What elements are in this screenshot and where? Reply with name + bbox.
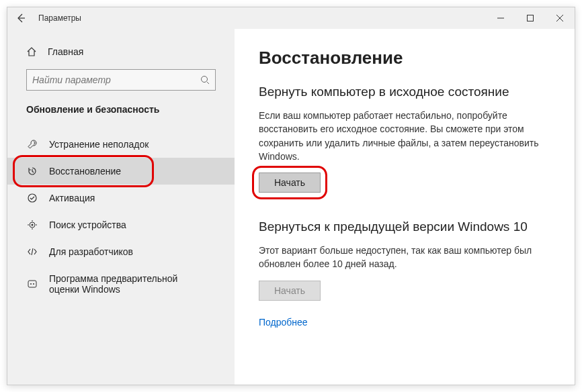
svg-rect-0 [528, 15, 534, 21]
nav-list: Устранение неполадок Восстановление Акти… [7, 131, 235, 303]
nav-label: Для разработчиков [49, 246, 133, 257]
title-bar: Параметры [7, 7, 575, 29]
nav-label: Программа предварительной оценки Windows [49, 273, 210, 295]
rollback-heading: Вернуться к предыдущей версии Windows 10 [259, 219, 550, 234]
close-button[interactable] [545, 7, 575, 29]
rollback-start-button: Начать [259, 281, 321, 301]
svg-point-2 [28, 194, 36, 202]
nav-troubleshoot[interactable]: Устранение неполадок [7, 131, 235, 158]
rollback-text: Этот вариант больше недоступен, так как … [259, 244, 550, 271]
code-icon [26, 246, 38, 257]
reset-start-button[interactable]: Начать [259, 173, 321, 193]
home-link[interactable]: Главная [7, 41, 235, 62]
reset-heading: Вернуть компьютер в исходное состояние [259, 85, 550, 99]
window-title: Параметры [38, 13, 486, 23]
svg-point-7 [33, 283, 34, 285]
minimize-icon [497, 15, 504, 21]
insider-icon [26, 279, 38, 289]
nav-developers[interactable]: Для разработчиков [7, 238, 235, 265]
sidebar: Главная Обновление и безопасность Устран… [7, 29, 235, 385]
arrow-left-icon [15, 13, 26, 23]
nav-recovery[interactable]: Восстановление [7, 158, 235, 185]
reset-button-wrap: Начать [259, 173, 321, 193]
home-icon [26, 46, 37, 57]
location-icon [26, 219, 38, 230]
nav-find-device[interactable]: Поиск устройства [7, 211, 235, 238]
nav-label: Поиск устройства [49, 219, 126, 230]
back-button[interactable] [7, 7, 34, 29]
close-icon [556, 15, 563, 21]
svg-point-1 [202, 77, 208, 83]
svg-point-6 [30, 283, 32, 285]
page-title: Восстановление [259, 48, 550, 68]
check-circle-icon [26, 193, 38, 203]
history-icon [26, 166, 38, 177]
learn-more-link[interactable]: Подробнее [259, 317, 550, 328]
search-box[interactable] [26, 69, 216, 91]
window-controls [486, 7, 575, 29]
svg-rect-5 [28, 281, 36, 287]
reset-text: Если ваш компьютер работает нестабильно,… [259, 109, 550, 163]
maximize-button[interactable] [515, 7, 545, 29]
maximize-icon [527, 15, 534, 21]
reset-section: Вернуть компьютер в исходное состояние Е… [259, 85, 550, 193]
main-panel: Восстановление Вернуть компьютер в исход… [235, 29, 575, 385]
search-input[interactable] [32, 75, 200, 85]
nav-label: Восстановление [49, 166, 121, 177]
home-label: Главная [48, 46, 83, 57]
search-container [7, 62, 235, 100]
nav-label: Устранение неполадок [49, 139, 149, 150]
search-icon [200, 75, 210, 85]
nav-insider[interactable]: Программа предварительной оценки Windows [7, 265, 235, 303]
nav-activation[interactable]: Активация [7, 185, 235, 211]
section-label: Обновление и безопасность [7, 100, 235, 124]
nav-label: Активация [49, 193, 95, 203]
settings-window: Параметры Главная [7, 7, 575, 385]
content-area: Главная Обновление и безопасность Устран… [7, 29, 575, 385]
rollback-section: Вернуться к предыдущей версии Windows 10… [259, 219, 550, 328]
wrench-icon [26, 139, 38, 150]
svg-point-4 [32, 224, 34, 226]
minimize-button[interactable] [486, 7, 515, 29]
